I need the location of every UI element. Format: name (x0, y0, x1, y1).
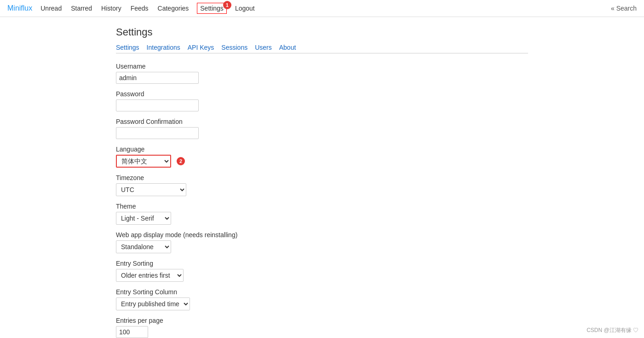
subnav-integrations[interactable]: Integrations (147, 44, 180, 51)
timezone-label: Timezone (116, 174, 528, 181)
settings-nav-container: Settings 1 (197, 5, 227, 12)
entry-sorting-label: Entry Sorting (116, 260, 528, 267)
nav-settings[interactable]: Settings (197, 3, 227, 14)
language-select[interactable]: 简体中文 English Français Deutsch (116, 155, 171, 168)
username-input[interactable] (116, 72, 199, 84)
entry-sorting-column-select[interactable]: Entry published time Entry created time (116, 297, 190, 310)
badge-2: 2 (177, 157, 185, 165)
language-group: Language 简体中文 English Français Deutsch 2 (116, 146, 528, 168)
entries-per-page-input[interactable] (116, 326, 148, 338)
settings-form: Username Password Password Confirmation … (116, 63, 528, 338)
nav-categories[interactable]: Categories (157, 3, 190, 14)
sub-nav: Settings Integrations API Keys Sessions … (116, 44, 528, 53)
password-group: Password (116, 90, 528, 111)
password-confirmation-label: Password Confirmation (116, 118, 528, 125)
nav-feeds[interactable]: Feeds (130, 3, 150, 14)
nav-unread[interactable]: Unread (40, 3, 63, 14)
entry-sorting-column-group: Entry Sorting Column Entry published tim… (116, 288, 528, 310)
webapp-select[interactable]: Standalone Fullscreen Minimal-ui Browser (116, 240, 171, 253)
subnav-settings[interactable]: Settings (116, 44, 139, 51)
webapp-group: Web app display mode (needs reinstalling… (116, 231, 528, 253)
password-confirmation-group: Password Confirmation (116, 118, 528, 139)
subnav-users[interactable]: Users (255, 44, 272, 51)
theme-label: Theme (116, 203, 528, 210)
nav-starred[interactable]: Starred (70, 3, 93, 14)
entry-sorting-column-label: Entry Sorting Column (116, 288, 528, 296)
username-label: Username (116, 63, 528, 70)
theme-group: Theme Light - Serif Dark - Serif Light -… (116, 203, 528, 225)
main-content: Settings Settings Integrations API Keys … (101, 17, 543, 338)
brand-prefix: Mini (7, 4, 21, 12)
entry-sorting-group: Entry Sorting Older entries first Newer … (116, 260, 528, 282)
nav-logout[interactable]: Logout (234, 3, 256, 14)
theme-select[interactable]: Light - Serif Dark - Serif Light - Sans … (116, 212, 171, 225)
top-nav: Miniflux Unread Starred History Feeds Ca… (0, 0, 644, 17)
watermark: CSDN @江湖有缘 ♡ (586, 326, 638, 334)
subnav-sessions[interactable]: Sessions (221, 44, 247, 51)
password-input[interactable] (116, 99, 199, 111)
username-group: Username (116, 63, 528, 84)
nav-left: Miniflux Unread Starred History Feeds Ca… (7, 3, 256, 14)
webapp-label: Web app display mode (needs reinstalling… (116, 231, 528, 239)
brand-logo: Miniflux (7, 4, 32, 12)
nav-search[interactable]: « Search (611, 5, 637, 12)
subnav-api-keys[interactable]: API Keys (188, 44, 214, 51)
entries-per-page-label: Entries per page (116, 317, 528, 324)
page-title: Settings (116, 26, 528, 38)
entry-sorting-select[interactable]: Older entries first Newer entries first (116, 269, 184, 282)
nav-history[interactable]: History (100, 3, 122, 14)
password-confirmation-input[interactable] (116, 127, 199, 139)
language-label: Language (116, 146, 528, 153)
entries-per-page-group: Entries per page (116, 317, 528, 338)
timezone-group: Timezone UTC America/New_York Europe/Lon… (116, 174, 528, 196)
subnav-about[interactable]: About (279, 44, 296, 51)
timezone-select[interactable]: UTC America/New_York Europe/London Asia/… (116, 183, 186, 196)
password-label: Password (116, 90, 528, 98)
brand-suffix: flux (21, 4, 32, 12)
badge-1: 1 (223, 1, 231, 9)
